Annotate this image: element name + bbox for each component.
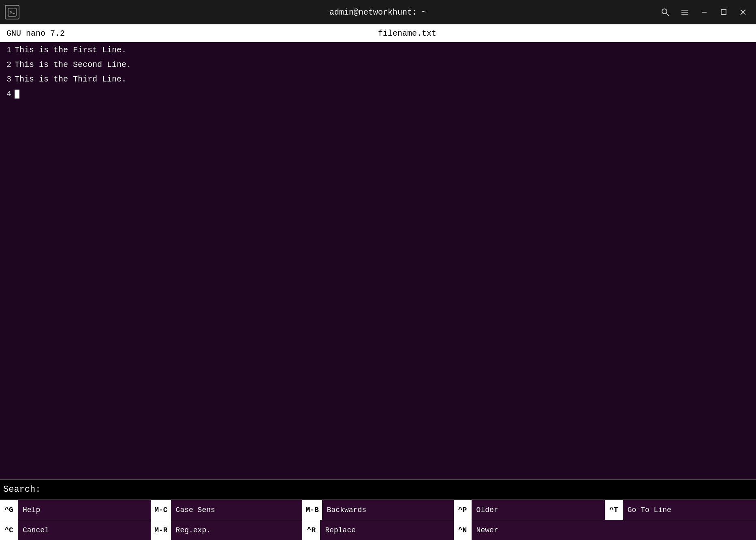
shortcut-help[interactable]: ^G Help (0, 500, 151, 520)
editor-area[interactable]: 1 This is the First Line. 2 This is the … (0, 42, 756, 479)
shortcut-go-to-line[interactable]: ^T Go To Line (605, 500, 756, 520)
shortcut-label-older: Older (472, 506, 503, 514)
shortcut-case-sens[interactable]: M-C Case Sens (151, 500, 302, 520)
search-cursor (41, 484, 46, 495)
editor-line-4: 4 (0, 88, 756, 102)
shortcut-label-newer: Newer (472, 526, 503, 534)
titlebar-controls (657, 4, 751, 20)
shortcut-label-goto: Go To Line (623, 506, 676, 514)
shortcut-key-backwards: M-B (302, 500, 322, 520)
shortcut-key-cancel: ^C (0, 520, 18, 540)
svg-point-2 (662, 9, 667, 14)
maximize-button[interactable] (715, 4, 732, 20)
shortcut-bar-row2: ^C Cancel M-R Reg.exp. ^R Replace ^N New… (0, 520, 756, 540)
shortcut-label-replace: Replace (320, 526, 361, 534)
line-content-4 (15, 88, 756, 100)
shortcut-key-newer: ^N (454, 520, 472, 540)
line-content-1: This is the First Line. (15, 45, 756, 56)
shortcut-key-older: ^P (454, 500, 472, 520)
minimize-button[interactable] (696, 4, 712, 20)
editor-line-3: 3 This is the Third Line. (0, 73, 756, 88)
shortcut-key-replace: ^R (302, 520, 320, 540)
terminal-icon (5, 5, 19, 19)
shortcut-key-case: M-C (151, 500, 171, 520)
shortcut-label-help: Help (18, 506, 45, 514)
search-label: Search: (3, 484, 41, 495)
shortcut-replace[interactable]: ^R Replace (302, 520, 453, 540)
titlebar-left (5, 5, 19, 19)
editor-line-2: 2 This is the Second Line. (0, 58, 756, 73)
line-number-1: 1 (0, 45, 15, 56)
line-content-3: This is the Third Line. (15, 74, 756, 85)
shortcut-newer[interactable]: ^N Newer (454, 520, 605, 540)
shortcut-backwards[interactable]: M-B Backwards (302, 500, 453, 520)
menu-button[interactable] (677, 4, 693, 20)
line-number-2: 2 (0, 59, 15, 71)
search-button[interactable] (657, 4, 673, 20)
line-number-4: 4 (0, 88, 15, 100)
cursor (15, 90, 19, 99)
search-bar[interactable]: Search: (0, 479, 756, 499)
shortcut-key-help: ^G (0, 500, 18, 520)
window-title: admin@networkhunt: ~ (329, 8, 427, 17)
nano-filename: filename.txt (65, 29, 750, 38)
shortcut-label-cancel: Cancel (18, 526, 54, 534)
editor-line-1: 1 This is the First Line. (0, 44, 756, 58)
shortcut-label-case: Case Sens (171, 506, 220, 514)
shortcut-label-regexp: Reg.exp. (171, 526, 216, 534)
nano-header: GNU nano 7.2 filename.txt (0, 24, 756, 42)
line-number-3: 3 (0, 74, 15, 85)
close-button[interactable] (735, 4, 751, 20)
shortcut-empty (605, 520, 756, 540)
svg-line-3 (666, 13, 669, 16)
line-content-2: This is the Second Line. (15, 59, 756, 71)
shortcut-regexp[interactable]: M-R Reg.exp. (151, 520, 302, 540)
shortcut-label-backwards: Backwards (322, 506, 371, 514)
shortcut-key-regexp: M-R (151, 520, 171, 540)
shortcut-older[interactable]: ^P Older (454, 500, 605, 520)
shortcut-key-goto: ^T (605, 500, 623, 520)
titlebar: admin@networkhunt: ~ (0, 0, 756, 24)
shortcut-cancel[interactable]: ^C Cancel (0, 520, 151, 540)
svg-rect-8 (721, 10, 726, 15)
shortcut-bar-row1: ^G Help M-C Case Sens M-B Backwards ^P O… (0, 499, 756, 520)
nano-version: GNU nano 7.2 (6, 29, 65, 38)
